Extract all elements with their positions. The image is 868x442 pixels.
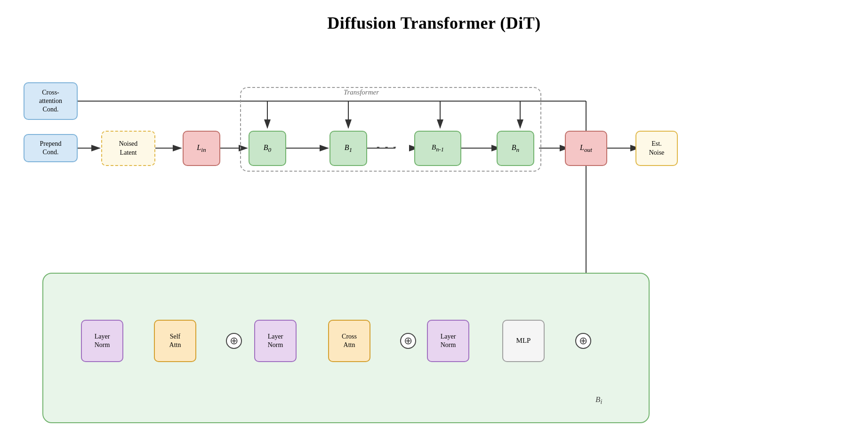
plus-circle-2: ⊕ <box>400 333 416 349</box>
mlp-label: MLP <box>516 336 531 346</box>
cross-attention-cond-box: Cross- attention Cond. <box>24 82 78 120</box>
cross-attn-box: Cross Attn <box>328 320 370 362</box>
bn-box: Bn <box>497 131 534 166</box>
layer-norm-2-label: Layer Norm <box>268 332 283 349</box>
est-noise-label: Est. Noise <box>649 140 665 157</box>
transformer-label: Transformer <box>344 88 379 96</box>
prepend-cond-box: Prepend Cond. <box>24 134 78 162</box>
bn-label: Bn <box>512 143 519 154</box>
plus-circle-3: ⊕ <box>575 333 591 349</box>
layer-norm-2-box: Layer Norm <box>254 320 297 362</box>
layer-norm-1-label: Layer Norm <box>95 332 110 349</box>
layer-norm-3-box: Layer Norm <box>427 320 469 362</box>
self-attn-box: Self Attn <box>154 320 196 362</box>
l-in-label: Lin <box>197 143 206 154</box>
b0-label: B0 <box>264 143 271 154</box>
prepend-cond-label: Prepend Cond. <box>40 140 62 157</box>
diagram-container: Diffusion Transformer (DiT) <box>0 0 868 442</box>
bn-minus1-label: Bn-1 <box>432 143 444 153</box>
l-in-box: Lin <box>183 131 220 166</box>
noised-latent-box: Noised Latent <box>101 131 155 166</box>
l-out-label: Lout <box>580 143 592 154</box>
bn-minus1-box: Bn-1 <box>414 131 461 166</box>
layer-norm-3-label: Layer Norm <box>441 332 456 349</box>
page-title: Diffusion Transformer (DiT) <box>0 0 868 33</box>
noised-latent-label: Noised Latent <box>119 140 138 157</box>
dots-label: - - - <box>377 141 398 152</box>
est-noise-box: Est. Noise <box>635 131 678 166</box>
self-attn-label: Self Attn <box>169 332 181 349</box>
cross-attn-label: Cross Attn <box>342 332 357 349</box>
b0-box: B0 <box>249 131 286 166</box>
cross-attention-cond-label: Cross- attention Cond. <box>39 88 62 114</box>
mlp-box: MLP <box>502 320 545 362</box>
b1-box: B1 <box>330 131 367 166</box>
b1-label: B1 <box>345 143 352 154</box>
plus-circle-1: ⊕ <box>226 333 242 349</box>
layer-norm-1-box: Layer Norm <box>81 320 123 362</box>
l-out-box: Lout <box>565 131 607 166</box>
bi-label: Bi <box>595 395 602 406</box>
